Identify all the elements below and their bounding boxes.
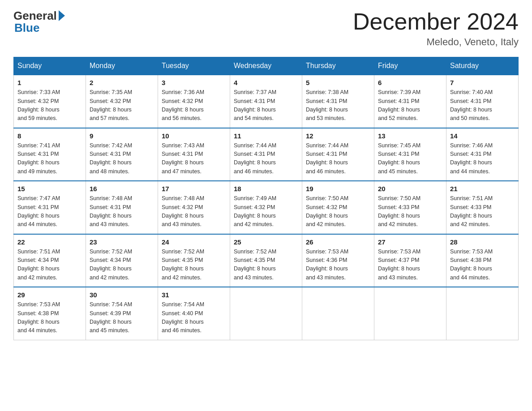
day-info: Sunrise: 7:52 AM Sunset: 4:35 PM Dayligh… — [234, 248, 298, 283]
day-info: Sunrise: 7:41 AM Sunset: 4:31 PM Dayligh… — [17, 141, 82, 176]
day-number: 26 — [306, 238, 370, 246]
logo-blue-text: Blue — [14, 21, 39, 35]
day-info: Sunrise: 7:50 AM Sunset: 4:33 PM Dayligh… — [378, 194, 442, 229]
day-number: 10 — [162, 132, 226, 140]
calendar-week-5: 29 Sunrise: 7:53 AM Sunset: 4:38 PM Dayl… — [14, 287, 519, 340]
day-number: 17 — [162, 185, 226, 193]
day-info: Sunrise: 7:44 AM Sunset: 4:31 PM Dayligh… — [234, 141, 298, 176]
day-info: Sunrise: 7:49 AM Sunset: 4:32 PM Dayligh… — [234, 194, 298, 229]
column-header-thursday: Thursday — [302, 57, 374, 75]
day-info: Sunrise: 7:52 AM Sunset: 4:35 PM Dayligh… — [162, 248, 226, 283]
day-number: 16 — [90, 185, 154, 193]
day-info: Sunrise: 7:38 AM Sunset: 4:31 PM Dayligh… — [306, 88, 370, 123]
day-number: 29 — [17, 291, 82, 299]
column-header-saturday: Saturday — [446, 57, 519, 75]
day-info: Sunrise: 7:52 AM Sunset: 4:34 PM Dayligh… — [90, 248, 154, 283]
day-info: Sunrise: 7:40 AM Sunset: 4:31 PM Dayligh… — [450, 88, 515, 123]
calendar-cell: 12 Sunrise: 7:44 AM Sunset: 4:31 PM Dayl… — [302, 128, 374, 181]
day-info: Sunrise: 7:51 AM Sunset: 4:33 PM Dayligh… — [450, 194, 515, 229]
calendar-cell: 7 Sunrise: 7:40 AM Sunset: 4:31 PM Dayli… — [446, 75, 519, 128]
month-title: December 2024 — [353, 9, 519, 34]
calendar-cell: 30 Sunrise: 7:54 AM Sunset: 4:39 PM Dayl… — [86, 287, 158, 340]
day-info: Sunrise: 7:53 AM Sunset: 4:36 PM Dayligh… — [306, 248, 370, 283]
day-info: Sunrise: 7:45 AM Sunset: 4:31 PM Dayligh… — [378, 141, 442, 176]
day-number: 6 — [378, 79, 442, 86]
day-info: Sunrise: 7:50 AM Sunset: 4:32 PM Dayligh… — [306, 194, 370, 229]
day-number: 30 — [90, 291, 154, 299]
calendar-cell: 2 Sunrise: 7:35 AM Sunset: 4:32 PM Dayli… — [86, 75, 158, 128]
calendar-cell: 18 Sunrise: 7:49 AM Sunset: 4:32 PM Dayl… — [230, 181, 302, 234]
day-number: 3 — [162, 79, 226, 86]
calendar-cell: 21 Sunrise: 7:51 AM Sunset: 4:33 PM Dayl… — [446, 181, 519, 234]
calendar-cell: 25 Sunrise: 7:52 AM Sunset: 4:35 PM Dayl… — [230, 234, 302, 287]
day-info: Sunrise: 7:48 AM Sunset: 4:32 PM Dayligh… — [162, 194, 226, 229]
day-info: Sunrise: 7:44 AM Sunset: 4:31 PM Dayligh… — [306, 141, 370, 176]
calendar-header-row: SundayMondayTuesdayWednesdayThursdayFrid… — [14, 57, 519, 75]
day-number: 24 — [162, 238, 226, 246]
day-number: 23 — [90, 238, 154, 246]
day-number: 18 — [234, 185, 298, 193]
calendar-cell: 14 Sunrise: 7:46 AM Sunset: 4:31 PM Dayl… — [446, 128, 519, 181]
calendar-cell: 4 Sunrise: 7:37 AM Sunset: 4:31 PM Dayli… — [230, 75, 302, 128]
day-number: 31 — [162, 291, 226, 299]
calendar-cell: 9 Sunrise: 7:42 AM Sunset: 4:31 PM Dayli… — [86, 128, 158, 181]
day-number: 20 — [378, 185, 442, 193]
day-info: Sunrise: 7:54 AM Sunset: 4:40 PM Dayligh… — [162, 300, 226, 335]
day-number: 15 — [17, 185, 82, 193]
day-info: Sunrise: 7:53 AM Sunset: 4:38 PM Dayligh… — [17, 300, 82, 335]
day-info: Sunrise: 7:37 AM Sunset: 4:31 PM Dayligh… — [234, 88, 298, 123]
day-info: Sunrise: 7:51 AM Sunset: 4:34 PM Dayligh… — [17, 248, 82, 283]
column-header-tuesday: Tuesday — [158, 57, 230, 75]
day-number: 22 — [17, 238, 82, 246]
calendar-cell: 23 Sunrise: 7:52 AM Sunset: 4:34 PM Dayl… — [86, 234, 158, 287]
day-number: 28 — [450, 238, 515, 246]
title-section: December 2024 Meledo, Veneto, Italy — [353, 9, 519, 48]
page-header: General Blue December 2024 Meledo, Venet… — [13, 9, 519, 48]
day-info: Sunrise: 7:39 AM Sunset: 4:31 PM Dayligh… — [378, 88, 442, 123]
calendar-cell: 27 Sunrise: 7:53 AM Sunset: 4:37 PM Dayl… — [374, 234, 446, 287]
day-number: 8 — [17, 132, 82, 140]
calendar-cell: 16 Sunrise: 7:48 AM Sunset: 4:31 PM Dayl… — [86, 181, 158, 234]
calendar-cell: 11 Sunrise: 7:44 AM Sunset: 4:31 PM Dayl… — [230, 128, 302, 181]
day-number: 12 — [306, 132, 370, 140]
day-info: Sunrise: 7:35 AM Sunset: 4:32 PM Dayligh… — [90, 88, 154, 123]
day-number: 9 — [90, 132, 154, 140]
day-info: Sunrise: 7:54 AM Sunset: 4:39 PM Dayligh… — [90, 300, 154, 335]
day-info: Sunrise: 7:53 AM Sunset: 4:37 PM Dayligh… — [378, 248, 442, 283]
day-number: 19 — [306, 185, 370, 193]
column-header-friday: Friday — [374, 57, 446, 75]
day-number: 21 — [450, 185, 515, 193]
calendar-cell: 31 Sunrise: 7:54 AM Sunset: 4:40 PM Dayl… — [158, 287, 230, 340]
calendar-cell — [230, 287, 302, 340]
calendar-week-3: 15 Sunrise: 7:47 AM Sunset: 4:31 PM Dayl… — [14, 181, 519, 234]
day-info: Sunrise: 7:46 AM Sunset: 4:31 PM Dayligh… — [450, 141, 515, 176]
day-number: 27 — [378, 238, 442, 246]
calendar-cell — [302, 287, 374, 340]
calendar-cell: 13 Sunrise: 7:45 AM Sunset: 4:31 PM Dayl… — [374, 128, 446, 181]
calendar-table: SundayMondayTuesdayWednesdayThursdayFrid… — [13, 57, 519, 340]
day-number: 1 — [17, 79, 82, 86]
calendar-cell: 24 Sunrise: 7:52 AM Sunset: 4:35 PM Dayl… — [158, 234, 230, 287]
day-number: 25 — [234, 238, 298, 246]
logo-arrow-icon — [59, 10, 65, 21]
day-number: 13 — [378, 132, 442, 140]
day-info: Sunrise: 7:43 AM Sunset: 4:31 PM Dayligh… — [162, 141, 226, 176]
day-number: 5 — [306, 79, 370, 86]
day-number: 7 — [450, 79, 515, 86]
calendar-cell: 20 Sunrise: 7:50 AM Sunset: 4:33 PM Dayl… — [374, 181, 446, 234]
day-number: 2 — [90, 79, 154, 86]
calendar-cell: 10 Sunrise: 7:43 AM Sunset: 4:31 PM Dayl… — [158, 128, 230, 181]
calendar-cell: 17 Sunrise: 7:48 AM Sunset: 4:32 PM Dayl… — [158, 181, 230, 234]
column-header-monday: Monday — [86, 57, 158, 75]
day-number: 4 — [234, 79, 298, 86]
calendar-cell: 5 Sunrise: 7:38 AM Sunset: 4:31 PM Dayli… — [302, 75, 374, 128]
calendar-cell — [374, 287, 446, 340]
day-info: Sunrise: 7:42 AM Sunset: 4:31 PM Dayligh… — [90, 141, 154, 176]
calendar-cell: 15 Sunrise: 7:47 AM Sunset: 4:31 PM Dayl… — [14, 181, 86, 234]
calendar-cell: 1 Sunrise: 7:33 AM Sunset: 4:32 PM Dayli… — [14, 75, 86, 128]
calendar-cell: 8 Sunrise: 7:41 AM Sunset: 4:31 PM Dayli… — [14, 128, 86, 181]
calendar-cell: 28 Sunrise: 7:53 AM Sunset: 4:38 PM Dayl… — [446, 234, 519, 287]
calendar-week-4: 22 Sunrise: 7:51 AM Sunset: 4:34 PM Dayl… — [14, 234, 519, 287]
day-info: Sunrise: 7:53 AM Sunset: 4:38 PM Dayligh… — [450, 248, 515, 283]
calendar-cell: 3 Sunrise: 7:36 AM Sunset: 4:32 PM Dayli… — [158, 75, 230, 128]
